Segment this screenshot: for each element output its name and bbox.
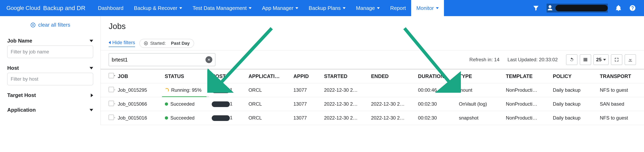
- chevron-down-icon: [179, 7, 182, 9]
- filter-host-toggle[interactable]: Host: [7, 63, 93, 73]
- fullscreen-icon: [614, 57, 619, 62]
- nav-dashboard[interactable]: Dashboard: [92, 0, 128, 16]
- bell-icon[interactable]: [615, 5, 622, 12]
- refresh-countdown: 14: [494, 57, 500, 62]
- user-chip[interactable]: [546, 4, 608, 13]
- filter-target-host-toggle[interactable]: Target Host: [7, 90, 93, 100]
- top-navbar: Google Cloud Backup and DR Dashboard Bac…: [0, 0, 644, 16]
- cell-status: Running: 95%: [162, 83, 209, 97]
- cell-host: 1: [209, 97, 246, 111]
- cell-duration: 00:02:30: [415, 111, 456, 125]
- host-redacted: [212, 87, 230, 93]
- col-template[interactable]: TEMPLATE: [503, 69, 550, 83]
- clear-search-button[interactable]: [206, 56, 212, 63]
- hide-filters-link[interactable]: Hide filters: [109, 40, 135, 47]
- brand-product: Backup and DR: [43, 5, 85, 12]
- clear-all-filters-link[interactable]: clear all filters: [7, 22, 93, 28]
- col-host[interactable]: HOST: [209, 69, 246, 83]
- cell-started: 2022-12-30 2…: [321, 111, 368, 125]
- select-all-checkbox[interactable]: [109, 73, 114, 78]
- brand[interactable]: Google Cloud Backup and DR: [6, 5, 85, 12]
- nav-app-manager[interactable]: App Manager: [257, 0, 304, 16]
- status-dot-icon: [165, 116, 168, 119]
- row-checkbox[interactable]: [109, 87, 114, 92]
- status-text: Succeeded: [170, 115, 194, 121]
- cell-host: 1: [209, 111, 246, 125]
- nav-monitor[interactable]: Monitor: [411, 0, 444, 16]
- cell-template: NonProducti…: [503, 111, 550, 125]
- filter-application-toggle[interactable]: Application: [7, 105, 93, 115]
- chevron-down-icon: [90, 109, 93, 111]
- col-policy[interactable]: POLICY: [550, 69, 597, 83]
- table-row[interactable]: Job_0015016 Succeeded 1 ORCL 13077 2022-…: [100, 111, 644, 125]
- filter-toolbar: Hide filters Started: Past Day: [100, 39, 644, 50]
- nav-right-icons: [532, 4, 636, 13]
- filter-sidebar: clear all filters Job Name Host Target H…: [0, 16, 100, 125]
- col-type[interactable]: TYPE: [456, 69, 503, 83]
- chevron-down-icon: [90, 67, 93, 69]
- filter-icon[interactable]: [532, 5, 539, 12]
- help-icon[interactable]: [629, 5, 636, 12]
- cell-job: Job_0015016: [115, 111, 162, 125]
- nav-manage[interactable]: Manage: [351, 0, 385, 16]
- chevron-down-icon: [249, 7, 252, 9]
- cell-status: Succeeded: [162, 111, 209, 125]
- filter-chip-started[interactable]: Started: Past Day: [140, 39, 194, 48]
- filter-application: Application: [7, 105, 93, 115]
- cell-host: 1: [209, 83, 246, 97]
- chevron-down-icon: [90, 40, 93, 42]
- status-text: Running: 95%: [171, 87, 202, 93]
- row-checkbox[interactable]: [109, 115, 114, 120]
- brand-google: Google Cloud: [6, 5, 40, 11]
- nav-backup-plans[interactable]: Backup Plans: [304, 0, 351, 16]
- cell-template: NonProducti…: [503, 97, 550, 111]
- columns-button[interactable]: [580, 54, 591, 65]
- filter-job-name-input[interactable]: [7, 46, 93, 58]
- cell-policy: Daily backup: [550, 83, 597, 97]
- nav-test-data[interactable]: Test Data Management: [187, 0, 257, 16]
- refresh-button[interactable]: [566, 54, 578, 65]
- filter-job-name: Job Name: [7, 36, 93, 58]
- col-ended[interactable]: ENDED: [368, 69, 415, 83]
- refresh-meta: Refresh in: 14 Last Updated: 20:33:02: [469, 57, 558, 63]
- cell-policy: Daily backup: [550, 111, 597, 125]
- refresh-icon: [569, 57, 574, 62]
- fullscreen-button[interactable]: [611, 54, 622, 65]
- nav-report[interactable]: Report: [385, 0, 411, 16]
- chevron-down-icon: [436, 7, 439, 9]
- status-text: Succeeded: [170, 101, 194, 107]
- filter-target-host: Target Host: [7, 90, 93, 100]
- nav-backup-recover[interactable]: Backup & Recover: [129, 0, 187, 16]
- cell-type: mount: [456, 83, 503, 97]
- chevron-right-icon: [91, 94, 93, 97]
- chevron-down-icon: [603, 59, 606, 61]
- cell-transport: NFS to guest: [597, 111, 644, 125]
- cell-application: ORCL: [246, 111, 290, 125]
- table-row[interactable]: Job_0015295 Running: 95% 1 ORCL 13077 20…: [100, 83, 644, 97]
- search-box: [109, 53, 215, 66]
- download-button[interactable]: [625, 54, 636, 65]
- search-input[interactable]: [112, 57, 206, 63]
- cell-duration: 00:02:30: [415, 97, 456, 111]
- table-row[interactable]: Job_0015066 Succeeded 1 ORCL 13077 2022-…: [100, 97, 644, 111]
- filter-job-name-toggle[interactable]: Job Name: [7, 36, 93, 46]
- col-job[interactable]: JOB: [115, 69, 162, 83]
- cell-policy: Daily backup: [550, 97, 597, 111]
- host-redacted: [212, 101, 230, 107]
- col-started[interactable]: STARTED: [321, 69, 368, 83]
- cell-status: Succeeded: [162, 97, 209, 111]
- chevron-down-icon: [377, 7, 380, 9]
- col-application[interactable]: APPLICATI…: [246, 69, 290, 83]
- col-duration[interactable]: DURATION: [415, 69, 456, 83]
- row-checkbox[interactable]: [109, 101, 114, 106]
- spinner-icon: [165, 88, 169, 92]
- cell-appid: 13077: [290, 111, 321, 125]
- col-transport[interactable]: TRANSPORT: [597, 69, 644, 83]
- cell-application: ORCL: [246, 97, 290, 111]
- col-status[interactable]: STATUS: [162, 69, 209, 83]
- col-appid[interactable]: APPID: [290, 69, 321, 83]
- cell-transport: NFS to guest: [597, 83, 644, 97]
- cell-transport: SAN based: [597, 97, 644, 111]
- page-size-select[interactable]: 25: [594, 54, 608, 65]
- filter-host-input[interactable]: [7, 73, 93, 85]
